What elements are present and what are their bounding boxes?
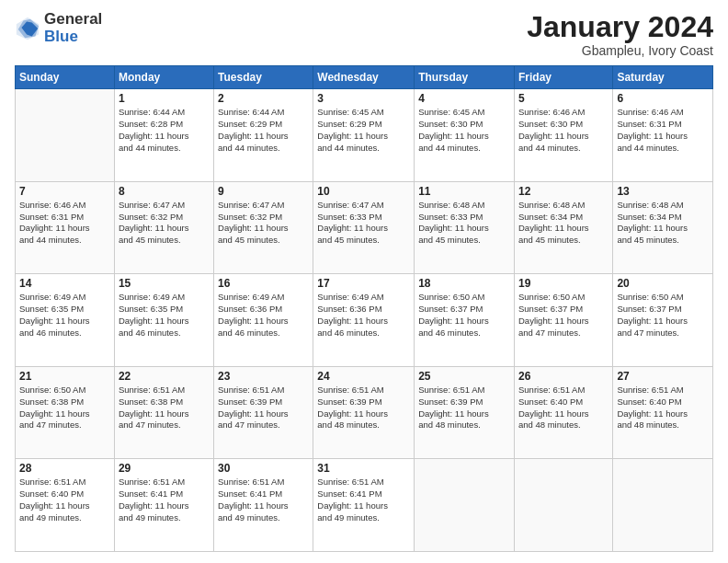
- day-info: Sunrise: 6:50 AM Sunset: 6:37 PM Dayligh…: [518, 292, 609, 339]
- header: General Blue January 2024 Gbampleu, Ivor…: [15, 11, 713, 58]
- day-number: 4: [418, 92, 510, 105]
- calendar-day-cell: 11Sunrise: 6:48 AM Sunset: 6:33 PM Dayli…: [415, 181, 515, 274]
- day-number: 27: [617, 370, 709, 383]
- calendar-week-row: 1Sunrise: 6:44 AM Sunset: 6:28 PM Daylig…: [16, 89, 713, 182]
- day-number: 31: [317, 462, 410, 475]
- day-number: 26: [518, 370, 609, 383]
- calendar-day-cell: [16, 89, 115, 182]
- day-info: Sunrise: 6:51 AM Sunset: 6:39 PM Dayligh…: [317, 385, 410, 431]
- day-number: 9: [218, 185, 309, 198]
- calendar-week-row: 7Sunrise: 6:46 AM Sunset: 6:31 PM Daylig…: [16, 181, 713, 274]
- calendar-day-cell: 27Sunrise: 6:51 AM Sunset: 6:40 PM Dayli…: [613, 366, 713, 459]
- calendar-day-cell: 30Sunrise: 6:51 AM Sunset: 6:41 PM Dayli…: [214, 459, 313, 552]
- day-info: Sunrise: 6:47 AM Sunset: 6:32 PM Dayligh…: [218, 200, 309, 247]
- calendar-day-cell: 24Sunrise: 6:51 AM Sunset: 6:39 PM Dayli…: [313, 366, 415, 459]
- day-number: 6: [617, 92, 709, 105]
- calendar-day-cell: [415, 459, 515, 552]
- day-number: 14: [19, 277, 110, 290]
- day-number: 22: [119, 370, 210, 383]
- calendar-day-cell: [514, 459, 612, 552]
- calendar-day-header: Sunday: [16, 66, 115, 89]
- calendar-day-header: Friday: [514, 66, 612, 89]
- calendar-day-cell: 2Sunrise: 6:44 AM Sunset: 6:29 PM Daylig…: [214, 89, 313, 182]
- calendar-day-cell: 13Sunrise: 6:48 AM Sunset: 6:34 PM Dayli…: [613, 181, 713, 274]
- calendar-week-row: 14Sunrise: 6:49 AM Sunset: 6:35 PM Dayli…: [16, 274, 713, 367]
- day-number: 17: [317, 277, 410, 290]
- calendar-day-cell: 19Sunrise: 6:50 AM Sunset: 6:37 PM Dayli…: [514, 274, 612, 367]
- calendar-day-cell: 9Sunrise: 6:47 AM Sunset: 6:32 PM Daylig…: [214, 181, 313, 274]
- day-number: 13: [617, 185, 709, 198]
- calendar-day-cell: 4Sunrise: 6:45 AM Sunset: 6:30 PM Daylig…: [415, 89, 515, 182]
- calendar-day-cell: 25Sunrise: 6:51 AM Sunset: 6:39 PM Dayli…: [415, 366, 515, 459]
- day-info: Sunrise: 6:44 AM Sunset: 6:28 PM Dayligh…: [119, 107, 210, 154]
- day-number: 25: [418, 370, 510, 383]
- day-info: Sunrise: 6:47 AM Sunset: 6:33 PM Dayligh…: [317, 200, 410, 247]
- day-info: Sunrise: 6:51 AM Sunset: 6:38 PM Dayligh…: [119, 385, 210, 431]
- calendar-day-cell: 22Sunrise: 6:51 AM Sunset: 6:38 PM Dayli…: [114, 366, 213, 459]
- calendar-day-cell: 16Sunrise: 6:49 AM Sunset: 6:36 PM Dayli…: [214, 274, 313, 367]
- day-number: 24: [317, 370, 410, 383]
- calendar-day-cell: 14Sunrise: 6:49 AM Sunset: 6:35 PM Dayli…: [16, 274, 115, 367]
- calendar-week-row: 28Sunrise: 6:51 AM Sunset: 6:40 PM Dayli…: [16, 459, 713, 552]
- day-number: 1: [119, 92, 210, 105]
- calendar-day-cell: 1Sunrise: 6:44 AM Sunset: 6:28 PM Daylig…: [114, 89, 213, 182]
- day-number: 21: [19, 370, 110, 383]
- page: General Blue January 2024 Gbampleu, Ivor…: [0, 0, 728, 563]
- main-title: January 2024: [527, 11, 713, 43]
- calendar-day-cell: 26Sunrise: 6:51 AM Sunset: 6:40 PM Dayli…: [514, 366, 612, 459]
- day-info: Sunrise: 6:50 AM Sunset: 6:37 PM Dayligh…: [418, 292, 510, 339]
- day-info: Sunrise: 6:51 AM Sunset: 6:41 PM Dayligh…: [218, 477, 309, 523]
- calendar-day-cell: 7Sunrise: 6:46 AM Sunset: 6:31 PM Daylig…: [16, 181, 115, 274]
- calendar-day-cell: [613, 459, 713, 552]
- day-number: 28: [19, 462, 110, 475]
- day-number: 15: [119, 277, 210, 290]
- calendar-day-header: Wednesday: [313, 66, 415, 89]
- calendar-day-cell: 8Sunrise: 6:47 AM Sunset: 6:32 PM Daylig…: [114, 181, 213, 274]
- logo-text: General Blue: [44, 11, 102, 45]
- logo-icon: [15, 16, 40, 41]
- calendar-table: SundayMondayTuesdayWednesdayThursdayFrid…: [15, 65, 713, 552]
- day-info: Sunrise: 6:51 AM Sunset: 6:40 PM Dayligh…: [19, 477, 110, 523]
- day-info: Sunrise: 6:51 AM Sunset: 6:39 PM Dayligh…: [418, 385, 510, 431]
- calendar-day-cell: 12Sunrise: 6:48 AM Sunset: 6:34 PM Dayli…: [514, 181, 612, 274]
- day-number: 30: [218, 462, 309, 475]
- day-number: 10: [317, 185, 410, 198]
- day-number: 7: [19, 185, 110, 198]
- day-number: 29: [119, 462, 210, 475]
- day-number: 8: [119, 185, 210, 198]
- calendar-day-cell: 28Sunrise: 6:51 AM Sunset: 6:40 PM Dayli…: [16, 459, 115, 552]
- day-number: 5: [518, 92, 609, 105]
- day-info: Sunrise: 6:49 AM Sunset: 6:36 PM Dayligh…: [317, 292, 410, 339]
- day-number: 12: [518, 185, 609, 198]
- calendar-day-cell: 5Sunrise: 6:46 AM Sunset: 6:30 PM Daylig…: [514, 89, 612, 182]
- day-info: Sunrise: 6:46 AM Sunset: 6:31 PM Dayligh…: [19, 200, 110, 247]
- day-number: 2: [218, 92, 309, 105]
- day-info: Sunrise: 6:48 AM Sunset: 6:34 PM Dayligh…: [617, 200, 709, 247]
- day-info: Sunrise: 6:48 AM Sunset: 6:34 PM Dayligh…: [518, 200, 609, 247]
- logo: General Blue: [15, 11, 102, 45]
- day-info: Sunrise: 6:49 AM Sunset: 6:35 PM Dayligh…: [119, 292, 210, 339]
- calendar-week-row: 21Sunrise: 6:50 AM Sunset: 6:38 PM Dayli…: [16, 366, 713, 459]
- day-info: Sunrise: 6:44 AM Sunset: 6:29 PM Dayligh…: [218, 107, 309, 154]
- calendar-day-cell: 15Sunrise: 6:49 AM Sunset: 6:35 PM Dayli…: [114, 274, 213, 367]
- day-info: Sunrise: 6:49 AM Sunset: 6:35 PM Dayligh…: [19, 292, 110, 339]
- calendar-header-row: SundayMondayTuesdayWednesdayThursdayFrid…: [16, 66, 713, 89]
- calendar-day-header: Tuesday: [214, 66, 313, 89]
- calendar-day-cell: 17Sunrise: 6:49 AM Sunset: 6:36 PM Dayli…: [313, 274, 415, 367]
- day-info: Sunrise: 6:51 AM Sunset: 6:40 PM Dayligh…: [617, 385, 709, 431]
- calendar-day-cell: 21Sunrise: 6:50 AM Sunset: 6:38 PM Dayli…: [16, 366, 115, 459]
- logo-blue: Blue: [44, 28, 78, 45]
- day-info: Sunrise: 6:51 AM Sunset: 6:39 PM Dayligh…: [218, 385, 309, 431]
- day-info: Sunrise: 6:50 AM Sunset: 6:38 PM Dayligh…: [19, 385, 110, 431]
- day-info: Sunrise: 6:46 AM Sunset: 6:31 PM Dayligh…: [617, 107, 709, 154]
- calendar-day-cell: 20Sunrise: 6:50 AM Sunset: 6:37 PM Dayli…: [613, 274, 713, 367]
- day-info: Sunrise: 6:51 AM Sunset: 6:41 PM Dayligh…: [317, 477, 410, 523]
- calendar-day-cell: 18Sunrise: 6:50 AM Sunset: 6:37 PM Dayli…: [415, 274, 515, 367]
- calendar-day-cell: 10Sunrise: 6:47 AM Sunset: 6:33 PM Dayli…: [313, 181, 415, 274]
- day-number: 23: [218, 370, 309, 383]
- day-number: 11: [418, 185, 510, 198]
- day-number: 18: [418, 277, 510, 290]
- day-info: Sunrise: 6:51 AM Sunset: 6:41 PM Dayligh…: [119, 477, 210, 523]
- calendar-day-header: Thursday: [415, 66, 515, 89]
- day-info: Sunrise: 6:48 AM Sunset: 6:33 PM Dayligh…: [418, 200, 510, 247]
